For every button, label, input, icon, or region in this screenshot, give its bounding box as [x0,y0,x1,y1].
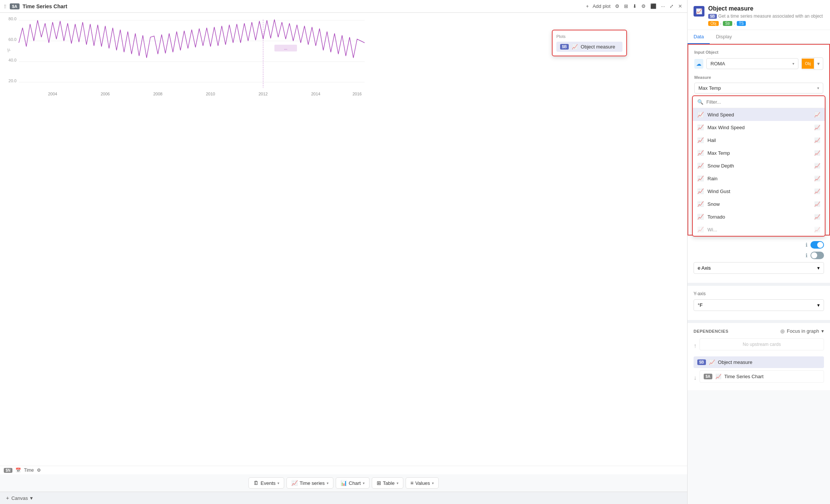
table-arrow-icon: ▾ [397,481,398,485]
dropdown-item-snow[interactable]: 📈 Snow 📈 [693,198,825,210]
wind-speed-label: Wind Speed [707,112,734,118]
table-button[interactable]: ⊞ Table ▾ [372,477,403,489]
badge-ts: TS [737,21,746,26]
table-icon: ⊞ [377,480,381,486]
no-upstream-text: No upstream cards [700,338,824,350]
max-temp-left: 📈 Max Temp [697,150,730,156]
up-arrow-icon: ↑ [694,343,697,349]
y-axis-select[interactable]: °F ▾ [694,299,824,311]
toggle-1[interactable] [810,241,824,249]
dropdown-item-wind-gust[interactable]: 📈 Wind Gust 📈 [693,185,825,198]
dropdown-item-snow-depth[interactable]: 📈 Snow Depth 📈 [693,159,825,172]
monitor-icon[interactable]: ⬛ [649,2,657,10]
wind-speed-right-icon: 📈 [814,112,820,118]
svg-text:...: ... [284,46,287,50]
time-series-arrow-icon: ▾ [327,481,329,485]
sn-badge: $N [4,468,12,473]
canvas-label: Canvas [11,495,28,501]
dropdown-item-tornado[interactable]: 📈 Tornado 📈 [693,210,825,223]
measure-select[interactable]: Max Temp ▾ [694,83,823,94]
measure-value: Max Temp [698,85,721,91]
svg-text:60.0: 60.0 [9,37,17,42]
down-arrow-icon: ↓ [694,374,697,381]
focus-arrow-icon: ▾ [821,328,824,334]
svg-text:2012: 2012 [259,92,268,96]
max-wind-speed-chart-icon: 📈 [697,124,704,130]
obj-badge-select[interactable]: Obj ▾ [801,57,823,70]
dropdown-item-rain[interactable]: 📈 Rain 📈 [693,172,825,185]
values-label: Values [415,480,430,486]
focus-target-icon: ◎ [780,328,785,334]
svg-text:2010: 2010 [206,92,215,96]
dep-badge-sb: $B [697,359,706,365]
svg-text:2008: 2008 [153,92,162,96]
time-series-icon: 📈 [291,480,298,486]
right-panel: 📈 Object measure $B Get a time series me… [687,0,830,504]
dep-item-2-text: Time Series Chart [724,374,763,379]
plot-item[interactable]: $B 📈 Object measure [556,42,622,52]
x-axis-value: e Axis [698,265,711,271]
close-button[interactable]: ✕ [677,2,683,10]
info-icon-1[interactable]: ℹ [806,242,807,248]
add-plot-label: Add plot [591,2,612,10]
dep-item-2: $A 📈 Time Series Chart [700,370,824,383]
time-series-button[interactable]: 📈 Time series ▾ [286,477,333,489]
events-button[interactable]: 🗓 Events ▾ [248,477,284,489]
info-icon-2[interactable]: ℹ [806,252,807,258]
filter-input[interactable] [706,99,820,105]
focus-in-graph-button[interactable]: ◎ Focus in graph ▾ [780,328,824,334]
add-icon: + [6,495,9,501]
hail-right-icon: 📈 [814,137,820,143]
expand-icon[interactable]: ⤢ [668,2,675,10]
svg-text:2004: 2004 [48,92,57,96]
dropdown-item-hail[interactable]: 📈 Hail 📈 [693,134,825,146]
download-icon[interactable]: ⬇ [632,2,638,10]
toggle-2[interactable] [810,252,824,259]
plots-dropdown: Plots $B 📈 Object measure [552,30,627,56]
tab-data[interactable]: Data [688,30,710,44]
chart-button[interactable]: 📊 Chart ▾ [336,477,370,489]
drag-handle[interactable]: ⣿ [4,4,7,8]
dependencies-label: DEPENDENCIES [694,329,729,333]
max-temp-label: Max Temp [707,150,730,156]
tab-display[interactable]: Display [710,30,738,44]
dropdown-item-more[interactable]: 📈 Wi... 📈 [693,223,825,236]
badge-obj: Obj [708,21,719,26]
measure-section-label: Measure [694,75,823,80]
snow-left: 📈 Snow [697,201,720,207]
tornado-left: 📈 Tornado [697,214,725,220]
chart-arrow-icon: ▾ [363,481,365,485]
hail-chart-icon: 📈 [697,137,704,143]
settings-icon-1[interactable]: ⚙ [614,2,621,10]
dropdown-item-max-wind-speed[interactable]: 📈 Max Wind Speed 📈 [693,121,825,134]
chart-toolbar: 🗓 Events ▾ 📈 Time series ▾ 📊 Chart ▾ ⊞ T… [0,474,687,492]
roma-select[interactable]: ROMA ▾ [706,58,798,69]
axis-settings-icon[interactable]: ⚙ [37,468,41,473]
plots-label: Plots [556,34,622,39]
chart-label: Chart [349,480,361,486]
hail-left: 📈 Hail [697,137,716,143]
values-button[interactable]: ≡ Values ▾ [406,477,439,489]
more-item-left: 📈 Wi... [697,226,717,232]
add-canvas-button[interactable]: + Canvas ▾ [6,495,33,501]
events-label: Events [261,480,276,486]
x-axis-select[interactable]: e Axis ▾ [694,262,824,274]
max-wind-speed-label: Max Wind Speed [707,125,745,130]
dep-item-1-icon: 📈 [709,359,715,365]
max-temp-chart-icon: 📈 [697,150,704,156]
settings-icon-2[interactable]: ⚙ [640,2,647,10]
more-icon[interactable]: ··· [660,2,666,10]
add-plot-button[interactable]: + Add plot [585,2,612,10]
svg-text:2016: 2016 [353,92,362,96]
header-actions: + Add plot ⚙ ⊞ ⬇ ⚙ ⬛ ··· ⤢ ✕ [585,2,683,10]
tornado-label: Tornado [707,214,725,220]
snow-label: Snow [707,201,720,207]
chevron-right-icon-2: › [734,21,735,26]
downstream-row: ↓ $A 📈 Time Series Chart [694,370,824,385]
badge-sb: $B [708,14,717,19]
dropdown-item-wind-speed[interactable]: 📈 Wind Speed 📈 [693,108,825,121]
dropdown-item-max-temp[interactable]: 📈 Max Temp 📈 [693,146,825,159]
time-series-label: Time series [300,480,325,486]
plot-badge: $B [560,44,569,50]
grid-icon[interactable]: ⊞ [623,2,629,10]
